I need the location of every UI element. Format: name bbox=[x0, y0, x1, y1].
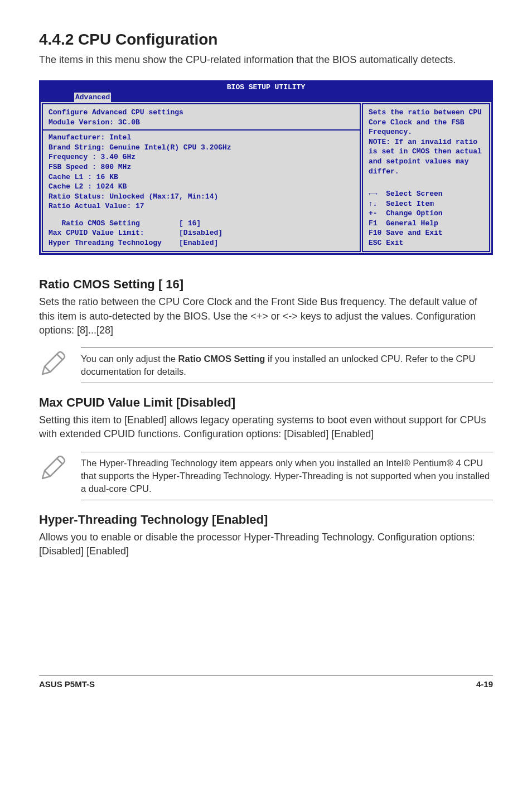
bios-tab-advanced: Advanced bbox=[74, 93, 111, 103]
bios-key: F10 Save and Exit bbox=[369, 228, 483, 238]
bios-line: Cache L2 : 1024 KB bbox=[49, 182, 354, 192]
bios-line: Brand String: Genuine Intel(R) CPU 3.20G… bbox=[49, 143, 354, 153]
bios-help-text: Sets the ratio between CPU Core Clock an… bbox=[369, 108, 483, 176]
footer-right: 4-19 bbox=[476, 679, 493, 689]
subheading-cpuid: Max CPUID Value Limit [Disabled] bbox=[39, 395, 493, 410]
bios-title: BIOS SETUP UTILITY bbox=[41, 82, 491, 93]
section-intro: The items in this menu show the CPU-rela… bbox=[39, 53, 493, 67]
bios-screenshot: BIOS SETUP UTILITY Advanced Configure Ad… bbox=[39, 80, 493, 255]
bios-option-cpuid: Max CPUID Value Limit: [Disabled] bbox=[49, 228, 354, 238]
bios-left-pane: Configure Advanced CPU settings Module V… bbox=[42, 103, 361, 252]
bios-key: ←→ Select Screen bbox=[369, 189, 483, 199]
bios-line: Manufacturer: Intel bbox=[49, 133, 354, 143]
bios-line: Frequency : 3.40 GHz bbox=[49, 152, 354, 162]
section-heading: 4.4.2 CPU Configuration bbox=[39, 31, 493, 49]
note-row-2: The Hyper-Threading Technology item appe… bbox=[39, 452, 493, 500]
bios-right-pane: Sets the ratio between CPU Core Clock an… bbox=[362, 103, 490, 252]
bios-line: FSB Speed : 800 MHz bbox=[49, 162, 354, 172]
bios-divider bbox=[43, 129, 360, 131]
para-ratio: Sets the ratio between the CPU Core Cloc… bbox=[39, 295, 493, 337]
subheading-ratio: Ratio CMOS Setting [ 16] bbox=[39, 277, 493, 292]
note-text-1: You can only adjust the Ratio CMOS Setti… bbox=[81, 347, 493, 383]
bios-option-ht: Hyper Threading Technology [Enabled] bbox=[49, 238, 354, 248]
bios-key: ↑↓ Select Item bbox=[369, 199, 483, 209]
subheading-ht: Hyper-Threading Technology [Enabled] bbox=[39, 513, 493, 527]
para-cpuid: Setting this item to [Enabled] allows le… bbox=[39, 413, 493, 441]
bios-line: Ratio Actual Value: 17 bbox=[49, 201, 354, 211]
bios-line: Configure Advanced CPU settings bbox=[49, 108, 354, 118]
note-pencil-icon bbox=[39, 452, 70, 484]
para-ht: Allows you to enable or disable the proc… bbox=[39, 530, 493, 558]
bios-line: Ratio Status: Unlocked (Max:17, Min:14) bbox=[49, 192, 354, 202]
page-footer: ASUS P5MT-S 4-19 bbox=[39, 675, 493, 689]
note-text-2: The Hyper-Threading Technology item appe… bbox=[81, 452, 493, 500]
note-row-1: You can only adjust the Ratio CMOS Setti… bbox=[39, 347, 493, 383]
bios-line: Module Version: 3C.0B bbox=[49, 118, 354, 128]
bios-key-legend: ←→ Select Screen ↑↓ Select Item +- Chang… bbox=[369, 189, 483, 248]
bios-line: Cache L1 : 16 KB bbox=[49, 172, 354, 182]
bios-key: ESC Exit bbox=[369, 238, 483, 248]
bios-key: F1 General Help bbox=[369, 219, 483, 229]
bios-option-ratio: Ratio CMOS Setting [ 16] bbox=[49, 219, 354, 229]
note-pencil-icon bbox=[39, 347, 70, 380]
bios-key: +- Change Option bbox=[369, 209, 483, 219]
footer-left: ASUS P5MT-S bbox=[39, 679, 95, 689]
